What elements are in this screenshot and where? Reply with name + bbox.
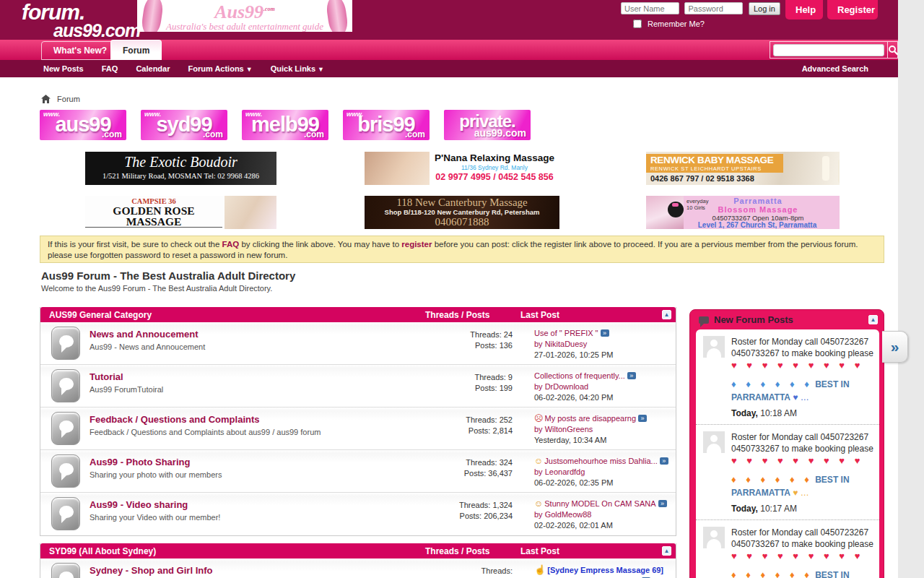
- speech-bubble-icon: [699, 316, 709, 324]
- ad-pnana-massage[interactable]: P'Nana Relaxing Massage 11/36 Sydney Rd.…: [365, 152, 559, 185]
- post-time: Today, 10:18 AM: [731, 407, 873, 419]
- last-post-link[interactable]: Use of " PREFIX ": [534, 329, 598, 337]
- collapse-button[interactable]: ▲: [868, 315, 878, 324]
- last-post-author[interactable]: by Leonardfdg: [534, 467, 585, 476]
- forum-link[interactable]: News and Annoucement: [90, 329, 439, 340]
- last-post-author[interactable]: by NikitaDuesy: [534, 340, 587, 348]
- nav-faq[interactable]: FAQ: [102, 64, 118, 73]
- ad-renwick-baby-massage[interactable]: RENWICK BABY MASSAGE RENWICK ST LEICHHAR…: [646, 152, 840, 185]
- login-button[interactable]: Log in: [749, 2, 780, 15]
- main-tab-bar: What's New? Forum: [0, 40, 898, 60]
- nav-quick-links[interactable]: Quick Links▼: [271, 64, 324, 73]
- forum-link[interactable]: Aus99 - Photo Sharing: [90, 457, 439, 467]
- ad-title: P'Nana Relaxing Massage: [430, 152, 559, 164]
- forum-link[interactable]: Tutorial: [90, 371, 439, 382]
- advanced-search-link[interactable]: Advanced Search: [802, 60, 868, 77]
- ad-phone: 0426 867 797 / 02 9518 3368: [650, 174, 754, 183]
- cool-emoji-icon: ☺: [534, 499, 543, 509]
- post-text: Roster for Monday call 0450723267 045073…: [731, 527, 873, 549]
- banner-syd99[interactable]: www. syd99 .com: [141, 110, 227, 140]
- goto-last-post-icon[interactable]: [627, 372, 636, 379]
- last-post-link[interactable]: My posts are disappearng: [545, 414, 637, 423]
- username-input[interactable]: [621, 2, 679, 14]
- help-button[interactable]: Help: [785, 0, 823, 20]
- top-header: forum. aus99.com Aus99.com Australia's b…: [0, 0, 898, 40]
- tab-whats-new[interactable]: What's New?: [41, 41, 119, 60]
- breadcrumb-label: Forum: [57, 95, 80, 103]
- forum-stats: Threads: 252 Posts: 2,814: [439, 407, 534, 449]
- forum-link[interactable]: Sydney - Shop and Girl Info: [90, 565, 439, 576]
- banner-aus99[interactable]: www. aus99 .com: [40, 110, 126, 140]
- ad-golden-rose-massage[interactable]: CAMPSIE 36 GOLDEN ROSE MASSAGE 36 NORTH …: [85, 196, 276, 229]
- ad-address: 36 NORTH PARADE CAMPSIE: [85, 228, 222, 229]
- remember-me-checkbox[interactable]: [633, 20, 642, 28]
- column-last-post: Last Post: [520, 546, 662, 556]
- nav-new-posts[interactable]: New Posts: [43, 64, 84, 73]
- avatar-icon: [703, 527, 725, 548]
- banner-melb99[interactable]: www. melb99 .com: [242, 110, 328, 140]
- sidebar-post[interactable]: Roster for Monday call 0450723267 045073…: [696, 424, 879, 519]
- home-icon: [41, 95, 51, 103]
- notice-text: by clicking the link above. You may have…: [239, 240, 401, 249]
- fire-icons: ♦ ♦ ♦ ♦ ♦ ♦: [731, 569, 813, 578]
- goto-last-post-icon[interactable]: [638, 415, 647, 422]
- search-button[interactable]: [887, 42, 899, 58]
- forum-link[interactable]: Feedback / Questions and Complaints: [90, 414, 439, 425]
- banner-bris99[interactable]: www. bris99 .com: [343, 110, 430, 140]
- goto-last-post-icon[interactable]: [660, 457, 668, 465]
- forum-stats: Threads: 324 Posts: 36,437: [439, 450, 534, 492]
- register-button[interactable]: Register: [827, 0, 878, 20]
- ad-blossom-massage[interactable]: everyday 10 Girls Parramatta Blossom Mas…: [646, 196, 840, 229]
- ad-title: The Exotic Boudoir: [85, 152, 276, 172]
- last-post-author[interactable]: by DrDownload: [534, 382, 588, 391]
- last-post-link[interactable]: Justsomehourhoe miss Dahlia...: [544, 457, 658, 465]
- faq-link[interactable]: FAQ: [222, 240, 240, 249]
- nav-calendar[interactable]: Calendar: [136, 64, 170, 73]
- forum-stats: Threads: 1,324 Posts: 206,234: [439, 493, 534, 535]
- forum-row: Feedback / Questions and Complaints Feed…: [40, 407, 676, 450]
- candles-image: [822, 156, 829, 181]
- forum-row: News and Annoucement Aus99 - News and An…: [40, 322, 676, 365]
- category-header: AUS99 General Category Threads / Posts L…: [40, 307, 676, 322]
- register-link[interactable]: register: [401, 240, 432, 249]
- breadcrumb[interactable]: Forum: [41, 95, 80, 103]
- ad-phone: 02 9977 4995 / 0452 545 856: [430, 172, 559, 183]
- sidebar-post[interactable]: Roster for Monday call 0450723267 045073…: [696, 519, 879, 578]
- ad-118-new-canterbury-massage[interactable]: 118 New Canterbury Massage Shop B/118-12…: [365, 196, 559, 229]
- category-title: SYD99 (All About Sydney): [40, 546, 425, 556]
- search-area: [770, 41, 898, 59]
- collapse-button[interactable]: ▲: [662, 546, 671, 556]
- sidebar-posts-card: Roster for Monday call 0450723267 045073…: [696, 329, 879, 578]
- avatar-icon: [703, 336, 725, 358]
- last-post-author[interactable]: by WiltonGreens: [534, 425, 593, 434]
- avatar-icon: [703, 431, 725, 453]
- ad-exotic-boudoir[interactable]: The Exotic Boudoir 1/521 Military Road, …: [85, 152, 276, 185]
- page-title: Aus99 Forum - The Best Australia Adult D…: [41, 269, 295, 282]
- forum-link[interactable]: Aus99 - Video sharing: [90, 499, 439, 510]
- search-input[interactable]: [773, 44, 884, 56]
- header-banner-ad[interactable]: Aus99.com Australia's best adult enterta…: [137, 0, 352, 32]
- tab-forum[interactable]: Forum: [110, 40, 162, 60]
- heart-icon: ♥ …: [793, 392, 808, 402]
- site-logo[interactable]: forum. aus99.com: [22, 1, 140, 40]
- category-aus99-general: AUS99 General Category Threads / Posts L…: [40, 307, 676, 536]
- ad-title: 118 New Canterbury Massage: [365, 197, 559, 208]
- last-post-link[interactable]: [Sydney Empress Massage 69]: [547, 566, 663, 574]
- nav-forum-actions[interactable]: Forum Actions▼: [188, 64, 253, 73]
- sidebar-post[interactable]: Roster for Monday call 0450723267 045073…: [696, 329, 879, 424]
- last-post-link[interactable]: Collections of frequently...: [534, 371, 625, 380]
- fire-icons: ♦ ♦ ♦ ♦ ♦ ♦: [731, 474, 813, 485]
- column-threads-posts: Threads / Posts: [425, 310, 520, 320]
- category-syd99: SYD99 (All About Sydney) Threads / Posts…: [40, 543, 676, 578]
- goto-last-post-icon[interactable]: [658, 500, 667, 507]
- banner-private-aus99[interactable]: private. aus99.com: [444, 110, 531, 140]
- remember-me[interactable]: Remember Me?: [633, 20, 705, 28]
- last-post-link[interactable]: Stunny MODEL On CAM SANA: [544, 499, 655, 508]
- new-forum-posts-panel: New Forum Posts ▲ Roster for Monday call…: [689, 309, 884, 578]
- password-input[interactable]: [684, 2, 743, 14]
- sidebar-expand-button[interactable]: »: [882, 331, 908, 363]
- sub-navbar: New Posts FAQ Calendar Forum Actions▼ Qu…: [0, 60, 898, 77]
- goto-last-post-icon[interactable]: [601, 329, 609, 337]
- last-post-author[interactable]: by GoldMeow88: [534, 510, 592, 519]
- collapse-button[interactable]: ▲: [662, 310, 671, 319]
